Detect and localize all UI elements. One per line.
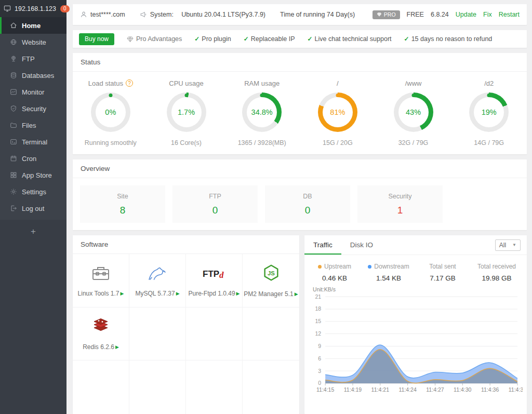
sidebar-item-app-store[interactable]: App Store bbox=[0, 167, 66, 183]
sidebar-item-label: App Store bbox=[22, 171, 52, 179]
card-db[interactable]: DB 0 bbox=[265, 185, 350, 223]
sidebar-item-label: FTP bbox=[22, 55, 35, 63]
gauge-subtext: 16 Core(s) bbox=[171, 139, 202, 146]
software-app-name: Redis 6.2.6 bbox=[83, 343, 114, 351]
software-app-pure-ftpd[interactable]: FTPd Pure-Ftpd 1.0.49▶ bbox=[186, 254, 243, 308]
tab-traffic[interactable]: Traffic bbox=[304, 235, 341, 255]
software-app-mysql[interactable]: MySQL 5.7.37▶ bbox=[129, 254, 186, 308]
top-bar: test****.com System: Ubuntu 20.04.1 LTS(… bbox=[73, 4, 527, 25]
account-name: test****.com bbox=[90, 11, 125, 18]
sidebar-item-website[interactable]: Website bbox=[0, 34, 66, 50]
card-value: 1 bbox=[397, 205, 403, 216]
restart-link[interactable]: Restart bbox=[499, 11, 520, 18]
stat-value: 1.54 KB bbox=[362, 274, 416, 282]
gauge-disk-root[interactable]: / 81% 15G / 20G bbox=[300, 78, 376, 146]
card-site[interactable]: Site 8 bbox=[80, 185, 165, 223]
folder-icon bbox=[10, 122, 17, 129]
gauge-disk-d2[interactable]: /d2 19% 14G / 79G bbox=[451, 78, 527, 146]
traffic-panel: Traffic Disk IO All ▼ Upstream 0.46 KB D… bbox=[304, 235, 527, 414]
tab-disk-io[interactable]: Disk IO bbox=[341, 235, 382, 255]
svg-text:11:4:27: 11:4:27 bbox=[426, 386, 444, 393]
sidebar-item-log-out[interactable]: Log out bbox=[0, 200, 66, 217]
pro-advantages[interactable]: Pro Advantages bbox=[127, 35, 182, 43]
user-icon bbox=[80, 11, 87, 18]
globe-icon bbox=[10, 38, 17, 46]
stat-total-sent: Total sent 7.17 GB bbox=[416, 263, 470, 282]
svg-text:15: 15 bbox=[315, 318, 321, 324]
svg-text:Unit:KB/s: Unit:KB/s bbox=[313, 286, 336, 292]
sidebar-item-security[interactable]: Security bbox=[0, 100, 66, 117]
promo-feature: ✓Replaceable IP bbox=[244, 35, 295, 43]
sidebar-item-databases[interactable]: Databases bbox=[0, 67, 66, 84]
plus-icon: + bbox=[31, 226, 36, 236]
software-app-name: Pure-Ftpd 1.0.49 bbox=[189, 290, 235, 297]
gauge-ram-usage: RAM usage 34.8% 1365 / 3928(MB) bbox=[224, 78, 300, 146]
svg-text:d: d bbox=[219, 270, 224, 280]
sidebar-item-home[interactable]: Home bbox=[0, 17, 66, 34]
system-value: Ubuntu 20.04.1 LTS(Py3.7.9) bbox=[181, 11, 265, 18]
sidebar-item-label: Settings bbox=[22, 188, 46, 196]
promo-feature-label: Replaceable IP bbox=[251, 35, 295, 43]
version-number: 6.8.24 bbox=[431, 11, 449, 18]
update-link[interactable]: Update bbox=[456, 11, 476, 18]
svg-text:18: 18 bbox=[315, 305, 321, 312]
gauge-value: 1.7% bbox=[178, 108, 195, 116]
uptime: Time of running 74 Day(s) bbox=[280, 11, 355, 18]
software-app-pm2[interactable]: JS PM2 Manager 5.1▶ bbox=[243, 254, 299, 308]
card-label: Site bbox=[117, 193, 128, 200]
gauge-label: Load status bbox=[88, 79, 123, 87]
calendar-icon bbox=[10, 155, 17, 162]
software-panel: Software Linux Tools 1.7▶ MySQL 5.7.37▶ … bbox=[73, 235, 299, 414]
buy-now-button[interactable]: Buy now bbox=[79, 33, 114, 45]
gear-icon bbox=[10, 188, 17, 195]
sidebar-item-settings[interactable]: Settings bbox=[0, 183, 66, 200]
traffic-chart: 03691215182111:4:1511:4:1911:4:2111:4:24… bbox=[304, 284, 527, 414]
sidebar-item-files[interactable]: Files bbox=[0, 117, 66, 133]
edition-label: FREE bbox=[407, 11, 424, 18]
fix-link[interactable]: Fix bbox=[483, 11, 492, 18]
traffic-stats: Upstream 0.46 KB Downstream 1.54 KB Tota… bbox=[304, 255, 527, 284]
sidebar-item-terminal[interactable]: Terminal bbox=[0, 133, 66, 150]
server-selector[interactable]: 192.168.1.123 0 bbox=[0, 0, 66, 17]
card-security[interactable]: Security 1 bbox=[357, 185, 443, 223]
promo-feature-label: Live chat technical support bbox=[315, 35, 392, 43]
gauge-value: 34.8% bbox=[251, 108, 273, 116]
gauge-label: RAM usage bbox=[244, 79, 280, 87]
stat-total-received: Total received 19.98 GB bbox=[470, 263, 524, 282]
svg-text:0: 0 bbox=[318, 380, 321, 386]
gauge-cpu-usage: CPU usage 1.7% 16 Core(s) bbox=[149, 78, 224, 146]
gauge-subtext: 15G / 20G bbox=[323, 139, 353, 146]
gauge-label: /www bbox=[405, 79, 422, 87]
card-value: 0 bbox=[305, 205, 311, 216]
stat-value: 7.17 GB bbox=[416, 274, 470, 282]
ftp-logo-icon: FTPd bbox=[201, 264, 228, 285]
sidebar-item-monitor[interactable]: Monitor bbox=[0, 84, 66, 100]
sidebar-item-ftp[interactable]: FTP bbox=[0, 50, 66, 67]
svg-text:21: 21 bbox=[315, 293, 321, 300]
logout-icon bbox=[10, 205, 17, 212]
gauge-load-status: Load status? 0% Running smoothly bbox=[73, 78, 149, 146]
gauge-disk-www[interactable]: /www 43% 32G / 79G bbox=[376, 78, 451, 146]
software-app-redis[interactable]: Redis 6.2.6▶ bbox=[73, 308, 129, 361]
aapanel-dashboard: 192.168.1.123 0 Home Website FTP Databas… bbox=[0, 0, 532, 414]
sidebar-item-label: Terminal bbox=[22, 138, 47, 146]
terminal-icon bbox=[10, 138, 17, 145]
traffic-filter-select[interactable]: All ▼ bbox=[495, 239, 521, 251]
card-ftp[interactable]: FTP 0 bbox=[172, 185, 258, 223]
account-info[interactable]: test****.com bbox=[80, 11, 125, 18]
overview-panel: Overview Site 8 FTP 0 DB 0 Security 1 bbox=[73, 159, 527, 230]
home-icon bbox=[10, 22, 17, 29]
card-label: DB bbox=[303, 193, 312, 200]
sidebar-item-cron[interactable]: Cron bbox=[0, 150, 66, 167]
promo-feature-label: 15 days no reason to refund bbox=[411, 35, 493, 43]
software-app-name: Linux Tools 1.7 bbox=[78, 290, 119, 297]
pro-badge[interactable]: PRO bbox=[373, 10, 400, 19]
sidebar: 192.168.1.123 0 Home Website FTP Databas… bbox=[0, 0, 66, 414]
svg-text:11:4:15: 11:4:15 bbox=[316, 386, 335, 393]
monitor-chart-icon bbox=[10, 88, 17, 96]
software-app-linux-tools[interactable]: Linux Tools 1.7▶ bbox=[73, 254, 129, 308]
add-menu-button[interactable]: + bbox=[0, 220, 66, 414]
sidebar-item-label: Home bbox=[22, 22, 41, 30]
help-icon[interactable]: ? bbox=[126, 79, 133, 87]
gauge-value: 43% bbox=[406, 108, 421, 116]
